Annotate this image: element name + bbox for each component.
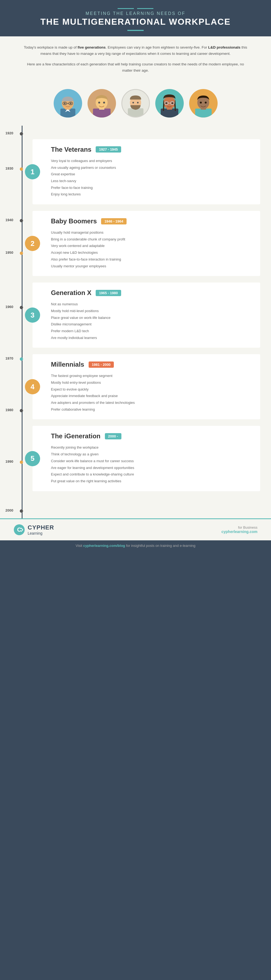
year-1950: 1950 bbox=[5, 250, 13, 255]
trait-genx-1: Not as numerous bbox=[51, 301, 253, 308]
footer-right: for Business cypherlearning.com bbox=[222, 525, 257, 534]
dot-2000 bbox=[20, 509, 23, 513]
year-2000: 2000 bbox=[5, 508, 13, 512]
trait-genx-5: Prefer modern L&D tech bbox=[51, 328, 253, 335]
trait-millennials-3: Expect to evolve quickly bbox=[51, 386, 253, 393]
gen-traits-boomers: Usually hold managerial positions Bring … bbox=[51, 229, 253, 269]
trait-millennials-6: Prefer collaborative learning bbox=[51, 406, 253, 413]
gen-years-genx: 1965 - 1980 bbox=[96, 290, 121, 296]
trait-veterans-4: Less tech-savvy bbox=[51, 178, 253, 185]
generation-block-veterans: 1 The Veterans 1927 - 1945 Very loyal to… bbox=[33, 139, 260, 204]
avatar-igen bbox=[189, 89, 218, 118]
svg-point-18 bbox=[132, 102, 134, 103]
gen-years-millennials: 1981 - 2000 bbox=[89, 361, 114, 368]
header-decorative-lines bbox=[11, 8, 260, 9]
header-subtitle: MEETING THE LEARNING NEEDS OF bbox=[11, 11, 260, 16]
trait-genx-6: Are mostly individual learners bbox=[51, 335, 253, 341]
year-1920: 1920 bbox=[5, 131, 13, 135]
trait-boomers-4: Accept new L&D technologies bbox=[51, 250, 253, 256]
logo-learning: Learning bbox=[28, 531, 54, 535]
gen-header-igen: The iGeneration 2000 - bbox=[51, 432, 253, 440]
generation-block-millennials: 4 Millennials 1981 - 2000 The fastest gr… bbox=[33, 354, 260, 419]
gen-years-boomers: 1946 - 1964 bbox=[101, 218, 126, 224]
timeline-line bbox=[22, 126, 22, 519]
dot-1990 bbox=[20, 461, 23, 464]
svg-point-14 bbox=[103, 102, 105, 103]
dot-1950 bbox=[20, 251, 23, 255]
svg-point-19 bbox=[137, 102, 138, 103]
gen-years-igen: 2000 - bbox=[105, 433, 121, 439]
year-1940: 1940 bbox=[5, 218, 13, 222]
trait-boomers-2: Bring in a considerable chunk of company… bbox=[51, 236, 253, 243]
svg-point-9 bbox=[70, 103, 71, 104]
trait-genx-2: Mostly hold mid-level positions bbox=[51, 308, 253, 315]
gen-header-boomers: Baby Boomers 1946 - 1964 bbox=[51, 217, 253, 225]
gen-name-igen: The iGeneration bbox=[51, 432, 101, 440]
gen-name-veterans: The Veterans bbox=[51, 146, 91, 153]
gen-name-genx: Generation X bbox=[51, 289, 91, 297]
footer-bottom-text: Visit bbox=[76, 544, 83, 548]
year-1990: 1990 bbox=[5, 460, 13, 463]
trait-igen-1: Recently joining the workplace bbox=[51, 444, 253, 451]
svg-point-32 bbox=[204, 102, 206, 103]
avatar-boomer bbox=[87, 89, 116, 118]
generation-block-igen: 5 The iGeneration 2000 - Recently joinin… bbox=[33, 426, 260, 491]
trait-millennials-5: Are adopters and promoters of the latest… bbox=[51, 399, 253, 406]
trait-boomers-3: Very work-centered and adaptable bbox=[51, 243, 253, 250]
footer-for-business: for Business bbox=[222, 525, 257, 530]
avatar-veteran-svg bbox=[54, 89, 82, 118]
svg-rect-28 bbox=[195, 108, 212, 118]
intro-section: Today's workplace is made up of five gen… bbox=[0, 37, 271, 84]
logo-text: CYPHER Learning bbox=[28, 524, 54, 535]
intro-paragraph-2: Here are a few characteristics of each g… bbox=[22, 61, 249, 74]
trait-igen-2: Think of technology as a given bbox=[51, 451, 253, 458]
trait-boomers-1: Usually hold managerial positions bbox=[51, 229, 253, 236]
avatar-genx-svg bbox=[122, 90, 149, 117]
avatars-section bbox=[0, 84, 271, 126]
dot-1970 bbox=[20, 358, 23, 361]
gen-name-boomers: Baby Boomers bbox=[51, 217, 97, 225]
dot-1960 bbox=[20, 306, 23, 309]
gen-number-1: 1 bbox=[25, 164, 40, 180]
gen-number-3: 3 bbox=[25, 307, 40, 323]
avatar-genx bbox=[121, 89, 150, 118]
gen-years-veterans: 1927 - 1945 bbox=[96, 146, 121, 153]
gen-number-5: 5 bbox=[25, 451, 40, 466]
gen-header-genx: Generation X 1965 - 1980 bbox=[51, 289, 253, 297]
trait-veterans-6: Enjoy long lectures bbox=[51, 191, 253, 198]
trait-veterans-1: Very loyal to colleagues and employers bbox=[51, 158, 253, 164]
gen-number-4: 4 bbox=[25, 379, 40, 395]
gen-name-millennials: Millennials bbox=[51, 361, 84, 368]
svg-text:C: C bbox=[17, 526, 21, 533]
logo-cypher: CYPHER bbox=[28, 524, 54, 531]
header-title: THE MULTIGENERATIONAL WORKPLACE bbox=[11, 17, 260, 27]
trait-genx-4: Dislike micromanagement bbox=[51, 321, 253, 328]
header-banner: MEETING THE LEARNING NEEDS OF THE MULTIG… bbox=[0, 0, 271, 37]
year-1980: 1980 bbox=[5, 408, 13, 412]
svg-rect-10 bbox=[93, 108, 111, 118]
dot-1930 bbox=[20, 167, 23, 171]
footer-bottom-link[interactable]: cypherlearning.com/blog bbox=[83, 544, 125, 548]
trait-genx-3: Place great value on work-life balance bbox=[51, 315, 253, 321]
avatar-boomer-svg bbox=[87, 89, 116, 118]
gen-header-veterans: The Veterans 1927 - 1945 bbox=[51, 146, 253, 153]
avatar-millennial-svg bbox=[155, 89, 184, 118]
avatar-millennial bbox=[155, 89, 184, 118]
svg-point-27 bbox=[171, 102, 173, 104]
avatar-veteran bbox=[54, 89, 82, 118]
gen-traits-millennials: The fastest growing employee segment Mos… bbox=[51, 372, 253, 413]
dot-1940 bbox=[20, 219, 23, 222]
year-1960: 1960 bbox=[5, 305, 13, 309]
svg-point-8 bbox=[64, 103, 66, 104]
trait-veterans-5: Prefer face-to-face training bbox=[51, 185, 253, 191]
footer-url: cypherlearning.com bbox=[222, 530, 257, 534]
gen-header-millennials: Millennials 1981 - 2000 bbox=[51, 361, 253, 368]
gen-traits-genx: Not as numerous Mostly hold mid-level po… bbox=[51, 301, 253, 341]
year-1930: 1930 bbox=[5, 166, 13, 170]
trait-millennials-2: Mostly hold entry-level positions bbox=[51, 379, 253, 386]
header-bottom-bar bbox=[127, 30, 144, 31]
trait-veterans-2: Are usually ageing partners or counselor… bbox=[51, 164, 253, 171]
avatar-igen-svg bbox=[189, 89, 218, 118]
header-line-right bbox=[137, 8, 154, 9]
cypher-logo-icon: C bbox=[14, 524, 25, 535]
